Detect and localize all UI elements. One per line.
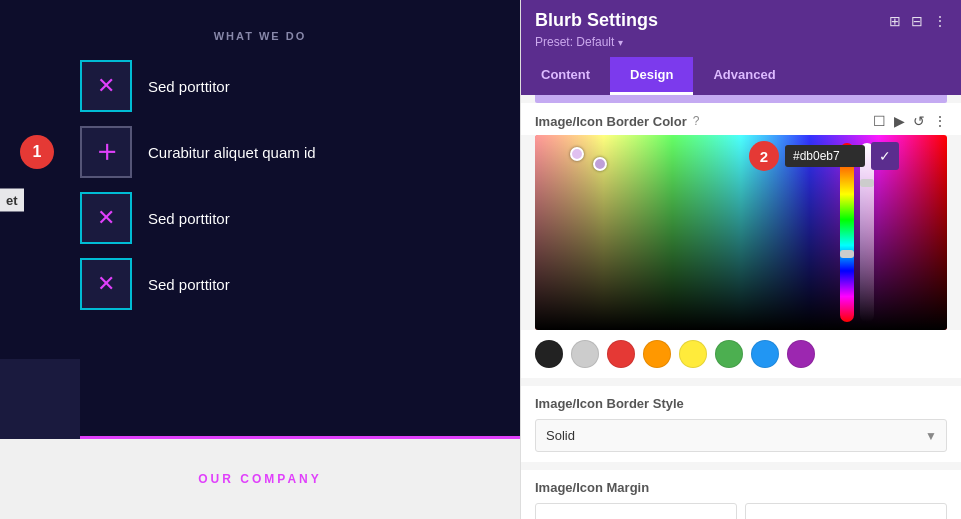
more-icon[interactable]: ⋮ (933, 13, 947, 29)
bottom-bar: OUR COMPANY (0, 439, 520, 519)
panel-header: Blurb Settings ⊞ ⊟ ⋮ Preset: Default ▾ (521, 0, 961, 57)
hue-slider-thumb (840, 250, 854, 258)
list-item: ✕ Sed porttitor (80, 258, 440, 310)
left-panel: WHAT WE DO ✕ Sed porttitor 1 ✕ Curabitur… (0, 0, 520, 519)
swatch-yellow[interactable] (679, 340, 707, 368)
purple-strip (535, 95, 947, 103)
margin-input-left[interactable] (535, 503, 737, 519)
blurb-list: ✕ Sed porttitor 1 ✕ Curabitur aliquet qu… (80, 60, 440, 310)
preset-arrow-icon: ▾ (618, 37, 623, 48)
margin-label: Image/Icon Margin (535, 480, 947, 495)
tab-design[interactable]: Design (610, 57, 693, 95)
section-label: WHAT WE DO (214, 30, 307, 42)
checkmark-button[interactable]: ✓ (871, 142, 899, 170)
margin-inputs (535, 503, 947, 519)
picker-handle-white[interactable] (570, 147, 584, 161)
blurb-icon-box: ✕ (80, 60, 132, 112)
margin-section: Image/Icon Margin (521, 470, 961, 519)
swatch-blue[interactable] (751, 340, 779, 368)
swatch-red[interactable] (607, 340, 635, 368)
tab-advanced[interactable]: Advanced (693, 57, 795, 95)
panel-title: Blurb Settings (535, 10, 658, 31)
x-icon: ✕ (97, 207, 115, 229)
blurb-text: Sed porttitor (148, 210, 230, 227)
badge-2-container: 2 ✓ (749, 141, 899, 171)
x-icon: ✕ (97, 273, 115, 295)
picker-handle-gray[interactable] (593, 157, 607, 171)
panel-tabs: Content Design Advanced (521, 57, 961, 95)
blurb-icon-box: ✕ (80, 258, 132, 310)
overflow-icon[interactable]: ⋮ (933, 113, 947, 129)
panel-header-icons: ⊞ ⊟ ⋮ (889, 13, 947, 29)
badge-1: 1 (20, 135, 54, 169)
panel-content: Image/Icon Border Color ? ☐ ▶ ↺ ⋮ (521, 95, 961, 519)
list-item: 1 ✕ Curabitur aliquet quam id (80, 126, 440, 178)
swatch-purple[interactable] (787, 340, 815, 368)
undo-icon[interactable]: ↺ (913, 113, 925, 129)
blurb-icon-box-active: ✕ (80, 126, 132, 178)
blurb-text: Sed porttitor (148, 78, 230, 95)
panel-title-row: Blurb Settings ⊞ ⊟ ⋮ (535, 10, 947, 31)
columns-icon[interactable]: ⊟ (911, 13, 923, 29)
right-panel: Blurb Settings ⊞ ⊟ ⋮ Preset: Default ▾ C… (520, 0, 961, 519)
x-icon: ✕ (97, 75, 115, 97)
color-picker[interactable]: 2 ✓ (535, 135, 947, 330)
blurb-text: Curabitur aliquet quam id (148, 144, 316, 161)
hex-input[interactable] (785, 145, 865, 167)
tab-content[interactable]: Content (521, 57, 610, 95)
color-tools: ☐ ▶ ↺ ⋮ (873, 113, 947, 129)
preset-row[interactable]: Preset: Default ▾ (535, 35, 947, 49)
swatch-green[interactable] (715, 340, 743, 368)
opacity-slider-thumb (860, 179, 874, 187)
list-item: ✕ Sed porttitor (80, 192, 440, 244)
swatch-gray[interactable] (571, 340, 599, 368)
list-item: ✕ Sed porttitor (80, 60, 440, 112)
color-label-row: Image/Icon Border Color ? ☐ ▶ ↺ ⋮ (521, 103, 961, 135)
border-style-section: Image/Icon Border Style Solid Dashed Dot… (521, 386, 961, 462)
border-style-select[interactable]: Solid Dashed Dotted Double None (535, 419, 947, 452)
color-label: Image/Icon Border Color (535, 114, 687, 129)
border-style-label: Image/Icon Border Style (535, 396, 947, 411)
cursor-icon[interactable]: ▶ (894, 113, 905, 129)
expand-icon[interactable]: ⊞ (889, 13, 901, 29)
margin-input-right[interactable] (745, 503, 947, 519)
monitor-icon[interactable]: ☐ (873, 113, 886, 129)
border-style-select-wrapper: Solid Dashed Dotted Double None ▼ (535, 419, 947, 452)
et-label: et (0, 189, 24, 212)
preset-label: Preset: Default (535, 35, 614, 49)
swatch-orange[interactable] (643, 340, 671, 368)
swatches-row (521, 330, 961, 378)
blurb-icon-box: ✕ (80, 192, 132, 244)
bottom-left-block (0, 359, 80, 439)
slash-icon: ✕ (90, 136, 121, 167)
help-icon[interactable]: ? (693, 114, 700, 128)
bottom-bar-label: OUR COMPANY (198, 472, 321, 486)
blurb-text: Sed porttitor (148, 276, 230, 293)
badge-2: 2 (749, 141, 779, 171)
swatch-black[interactable] (535, 340, 563, 368)
